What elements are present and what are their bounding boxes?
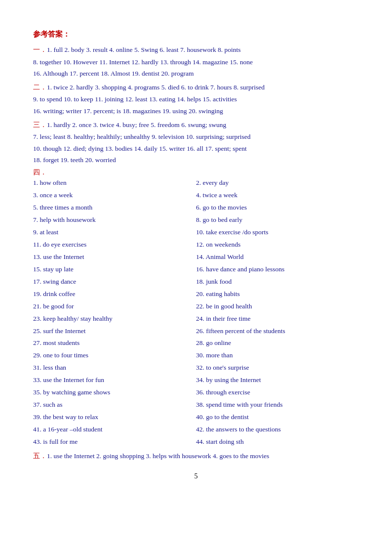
four-row-10: 21. be good for22. be in good health — [33, 300, 359, 313]
four-row-18: 37. such as38. spend time with your frie… — [33, 399, 359, 411]
section-0-line-1: 8. together 10. However 11. Internet 12.… — [33, 56, 359, 68]
four-item-left-12: 25. surf the Internet — [33, 325, 196, 338]
four-item-left-9: 19. drink coffee — [33, 288, 196, 300]
section-0-line-0: 一．1. full 2. body 3. result 4. online 5.… — [33, 44, 359, 56]
four-item-right-14: 30. more than — [196, 349, 359, 362]
four-row-13: 27. most students28. go online — [33, 337, 359, 349]
four-item-left-19: 39. the best way to relax — [33, 411, 196, 424]
four-row-20: 41. a 16-year –old student42. the answer… — [33, 424, 359, 436]
section-label-3: 四． — [33, 169, 47, 176]
four-item-right-6: 14. Animal World — [196, 251, 359, 263]
four-item-left-17: 35. by watching game shows — [33, 386, 196, 399]
four-item-left-16: 33. use the Internet for fun — [33, 374, 196, 386]
four-row-4: 9. at least10. take exercise /do sports — [33, 226, 359, 239]
four-row-8: 17. swing dance18. junk food — [33, 276, 359, 288]
four-item-left-6: 13. use the Internet — [33, 251, 196, 263]
four-item-left-21: 43. is full for me — [33, 436, 196, 448]
four-item-left-5: 11. do eye exercises — [33, 239, 196, 251]
four-item-right-0: 2. every day — [196, 177, 359, 189]
section-label-1: 二． — [33, 84, 47, 91]
section-1: 二．1. twice 2. hardly 3. shopping 4. prog… — [33, 82, 359, 117]
four-row-0: 1. how often2. every day — [33, 177, 359, 189]
answer-sections: 一．1. full 2. body 3. result 4. online 5.… — [33, 44, 359, 463]
four-item-left-18: 37. such as — [33, 399, 196, 411]
four-item-left-3: 7. help with housework — [33, 214, 196, 226]
section-4: 五．1. use the Internet 2. going shopping … — [33, 450, 359, 463]
four-item-right-1: 4. twice a week — [196, 189, 359, 202]
section-2-line-0: 三．1. hardly 2. once 3. twice 4. busy; fr… — [33, 119, 359, 131]
four-row-19: 39. the best way to relax40. go to the d… — [33, 411, 359, 424]
section-2: 三．1. hardly 2. once 3. twice 4. busy; fr… — [33, 119, 359, 166]
four-row-16: 33. use the Internet for fun34. by using… — [33, 374, 359, 386]
four-item-right-3: 8. go to bed early — [196, 214, 359, 226]
section-0: 一．1. full 2. body 3. result 4. online 5.… — [33, 44, 359, 80]
section-2-line-1: 7. less; least 8. healthy; healthily; un… — [33, 131, 359, 143]
section-3: 四．1. how often2. every day3. once a week… — [33, 168, 359, 448]
four-item-left-13: 27. most students — [33, 337, 196, 349]
section-0-line-2: 16. Although 17. percent 18. Almost 19. … — [33, 68, 359, 80]
four-item-left-20: 41. a 16-year –old student — [33, 424, 196, 436]
section-4-line-0: 五．1. use the Internet 2. going shopping … — [33, 450, 359, 463]
four-item-right-18: 38. spend time with your friends — [196, 399, 359, 411]
four-item-right-21: 44. start doing sth — [196, 436, 359, 448]
four-row-3: 7. help with housework8. go to bed early — [33, 214, 359, 226]
four-row-11: 23. keep healthy/ stay healthy24. in the… — [33, 313, 359, 325]
four-item-left-2: 5. three times a month — [33, 202, 196, 214]
four-item-left-8: 17. swing dance — [33, 276, 196, 288]
four-row-15: 31. less than32. to one's surprise — [33, 362, 359, 374]
four-item-right-13: 28. go online — [196, 337, 359, 349]
four-row-14: 29. one to four times30. more than — [33, 349, 359, 362]
four-item-left-14: 29. one to four times — [33, 349, 196, 362]
section-label-2: 三． — [33, 121, 47, 128]
four-row-5: 11. do eye exercises12. on weekends — [33, 239, 359, 251]
four-item-right-2: 6. go to the movies — [196, 202, 359, 214]
page-number: 5 — [33, 472, 359, 480]
four-item-left-10: 21. be good for — [33, 300, 196, 313]
section-1-line-2: 16. writing; writer 17. percent; is 18. … — [33, 105, 359, 117]
section-label-4: 五． — [33, 452, 47, 460]
four-row-17: 35. by watching game shows36. through ex… — [33, 386, 359, 399]
four-item-right-16: 34. by using the Internet — [196, 374, 359, 386]
four-row-7: 15. stay up late16. have dance and piano… — [33, 263, 359, 276]
four-item-right-4: 10. take exercise /do sports — [196, 226, 359, 239]
four-item-right-19: 40. go to the dentist — [196, 411, 359, 424]
four-item-right-8: 18. junk food — [196, 276, 359, 288]
four-item-left-15: 31. less than — [33, 362, 196, 374]
four-item-right-5: 12. on weekends — [196, 239, 359, 251]
four-row-6: 13. use the Internet14. Animal World — [33, 251, 359, 263]
four-row-12: 25. surf the Internet26. fifteen percent… — [33, 325, 359, 338]
four-item-right-11: 24. in their free time — [196, 313, 359, 325]
four-item-right-7: 16. have dance and piano lessons — [196, 263, 359, 276]
four-item-left-7: 15. stay up late — [33, 263, 196, 276]
section-1-line-0: 二．1. twice 2. hardly 3. shopping 4. prog… — [33, 82, 359, 94]
section-label-0: 一． — [33, 46, 47, 53]
four-item-right-12: 26. fifteen percent of the students — [196, 325, 359, 338]
section-1-line-1: 9. to spend 10. to keep 11. joining 12. … — [33, 93, 359, 105]
four-item-right-17: 36. through exercise — [196, 386, 359, 399]
four-row-1: 3. once a week4. twice a week — [33, 189, 359, 202]
four-item-left-1: 3. once a week — [33, 189, 196, 202]
section-2-line-3: 18. forget 19. teeth 20. worried — [33, 154, 359, 166]
four-item-right-20: 42. the answers to the questions — [196, 424, 359, 436]
four-item-right-15: 32. to one's surprise — [196, 362, 359, 374]
four-row-2: 5. three times a month6. go to the movie… — [33, 202, 359, 214]
title: 参考答案： — [33, 30, 359, 39]
four-item-right-9: 20. eating habits — [196, 288, 359, 300]
four-item-left-4: 9. at least — [33, 226, 196, 239]
four-item-left-11: 23. keep healthy/ stay healthy — [33, 313, 196, 325]
four-item-right-10: 22. be in good health — [196, 300, 359, 313]
four-row-9: 19. drink coffee20. eating habits — [33, 288, 359, 300]
four-item-left-0: 1. how often — [33, 177, 196, 189]
section-2-line-2: 10. though 12. died; dying 13. bodies 14… — [33, 143, 359, 155]
four-row-21: 43. is full for me44. start doing sth — [33, 436, 359, 448]
